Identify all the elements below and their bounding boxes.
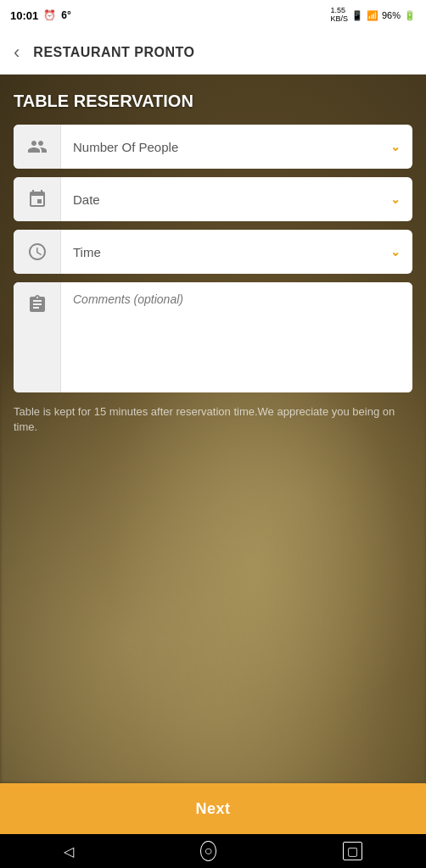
page-title: RESTAURANT PRONTO	[33, 45, 194, 60]
date-field[interactable]: Date ⌄	[14, 177, 412, 221]
battery-display: 96%	[382, 10, 401, 20]
toolbar: ‹ RESTAURANT PRONTO	[0, 31, 426, 75]
date-label: Date	[73, 192, 100, 207]
comments-textarea[interactable]	[61, 282, 412, 392]
reservation-form: TABLE RESERVATION Number Of People ⌄ Dat…	[0, 75, 426, 452]
notepad-icon-container	[14, 282, 61, 392]
alarm-icon: ⏰	[43, 9, 56, 21]
number-of-people-label: Number Of People	[73, 140, 178, 154]
calendar-icon	[27, 189, 48, 209]
calendar-icon-container	[14, 177, 61, 221]
status-bar: 10:01 ⏰ 6° 1.55KB/S 📱 📶 96% 🔋	[0, 0, 426, 31]
status-left: 10:01 ⏰ 6°	[10, 9, 71, 22]
number-of-people-field[interactable]: Number Of People ⌄	[14, 125, 412, 169]
main-content: TABLE RESERVATION Number Of People ⌄ Dat…	[0, 75, 426, 783]
next-button[interactable]: Next	[0, 783, 426, 834]
back-button[interactable]: ‹	[14, 42, 20, 64]
chevron-down-icon-date: ⌄	[390, 192, 401, 206]
nav-home-icon[interactable]: ○	[200, 841, 217, 861]
signal-icon: 📶	[367, 10, 378, 21]
comments-field[interactable]	[14, 282, 412, 392]
date-select[interactable]: Date ⌄	[61, 177, 412, 221]
nav-back-icon[interactable]: ◁	[64, 843, 74, 860]
clock-icon	[27, 242, 48, 262]
time-label: Time	[73, 245, 101, 259]
time-field[interactable]: Time ⌄	[14, 230, 412, 274]
disclaimer-text: Table is kept for 15 minutes after reser…	[14, 404, 412, 435]
time-display: 10:01	[10, 9, 38, 22]
number-of-people-select[interactable]: Number Of People ⌄	[61, 125, 412, 169]
notepad-icon	[27, 294, 48, 314]
status-right: 1.55KB/S 📱 📶 96% 🔋	[330, 7, 416, 24]
time-select[interactable]: Time ⌄	[61, 230, 412, 274]
nav-recents-icon[interactable]: ▢	[343, 842, 362, 860]
battery-icon: 🔋	[404, 10, 416, 21]
form-title: TABLE RESERVATION	[14, 92, 412, 111]
clock-icon-container	[14, 230, 61, 274]
temperature-display: 6°	[61, 9, 70, 21]
next-button-label: Next	[195, 800, 230, 818]
phone-icon: 📱	[351, 10, 363, 21]
people-icon-container	[14, 125, 61, 169]
people-icon	[27, 136, 48, 157]
bottom-navigation: ◁ ○ ▢	[0, 834, 426, 868]
network-speed: 1.55KB/S	[330, 7, 348, 24]
chevron-down-icon-time: ⌄	[390, 245, 401, 259]
chevron-down-icon: ⌄	[390, 140, 401, 153]
